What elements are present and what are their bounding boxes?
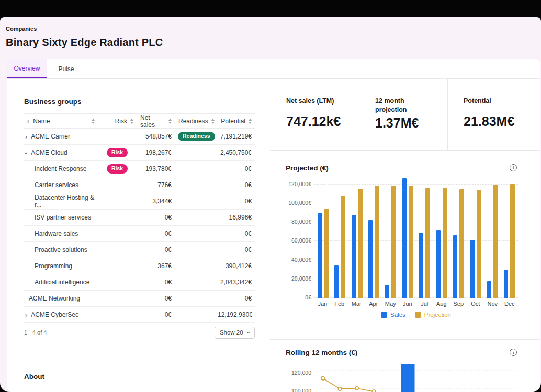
window-top-bar xyxy=(0,0,541,17)
about-title: About xyxy=(24,373,262,381)
table-row[interactable]: Datacenter Hosting & r...3,344€0€ xyxy=(24,193,255,210)
bar-sales-mar[interactable] xyxy=(352,215,356,298)
tab-pulse[interactable]: Pulse xyxy=(47,59,86,78)
row-name-cell: Incident Response xyxy=(24,165,98,172)
row-risk-cell: Risk xyxy=(98,148,137,157)
expand-caret-icon[interactable]: › xyxy=(25,133,27,140)
sort-icon[interactable] xyxy=(168,119,172,124)
bar-projection-sep[interactable] xyxy=(459,189,464,298)
column-header-net-sales[interactable]: Net sales xyxy=(137,114,175,128)
legend-item-sales[interactable]: Sales xyxy=(381,312,405,318)
page-title: Binary Sixty Edge Radiant PLC xyxy=(6,37,535,49)
row-net-sales-value: 198,267€ xyxy=(137,149,175,156)
risk-badge: Risk xyxy=(107,148,128,157)
legend-item-projection[interactable]: Projection xyxy=(415,312,451,318)
x-tick-label: Nov xyxy=(484,301,501,307)
row-risk-cell: Risk xyxy=(98,164,137,174)
bar-sales-oct[interactable] xyxy=(470,240,475,298)
bar-projection-apr[interactable] xyxy=(375,186,379,298)
row-name-label: Datacenter Hosting & r... xyxy=(35,194,95,209)
table-row[interactable]: ISV partner services0€16,996€ xyxy=(24,210,255,226)
row-net-sales-value: 548,857€ xyxy=(137,133,175,140)
bar-sales-jul[interactable] xyxy=(419,233,423,298)
sort-icon[interactable] xyxy=(211,119,215,124)
table-row[interactable]: Programming367€390,412€ xyxy=(24,258,255,274)
row-name-label: ACME Carrier xyxy=(31,133,70,140)
bar-sales-dec[interactable] xyxy=(504,270,508,298)
x-tick-label: Dec xyxy=(501,301,519,307)
y-tick-label: 40,000€ xyxy=(291,257,311,263)
legend-swatch xyxy=(415,312,421,318)
rolling-line-point xyxy=(355,387,358,390)
bar-projection-may[interactable] xyxy=(391,186,396,298)
bar-projection-oct[interactable] xyxy=(477,190,481,298)
table-row[interactable]: Incident ResponseRisk193,780€0€ xyxy=(24,161,255,177)
column-header-readiness[interactable]: Readiness xyxy=(175,114,215,128)
y-axis: 120,000100,000 xyxy=(274,362,311,392)
sort-icon[interactable] xyxy=(92,119,95,124)
sort-icon[interactable] xyxy=(249,119,252,124)
table-row[interactable]: Carrier services776€0€ xyxy=(24,177,255,193)
legend-swatch xyxy=(381,312,387,318)
pagination-range: 1 - 4 of 4 xyxy=(24,329,47,336)
bar-projection-jan[interactable] xyxy=(324,209,329,298)
row-potential-value: 0€ xyxy=(215,246,255,253)
bar-projection-nov[interactable] xyxy=(493,185,498,298)
table-row[interactable]: Proactive solutions0€0€ xyxy=(24,242,255,258)
row-potential-value: 2,450,750€ xyxy=(215,149,255,156)
info-icon[interactable]: i xyxy=(510,164,517,171)
section-divider xyxy=(7,360,270,360)
sort-icon[interactable] xyxy=(130,119,133,124)
row-name-cell: Datacenter Hosting & r... xyxy=(24,194,98,209)
bar-sales-jan[interactable] xyxy=(318,213,322,298)
expand-caret-icon[interactable]: › xyxy=(23,152,30,154)
x-tick-label: Jun xyxy=(399,301,416,307)
breadcrumb[interactable]: Companies xyxy=(6,26,535,32)
row-net-sales-value: 367€ xyxy=(137,262,175,270)
row-net-sales-value: 0€ xyxy=(137,295,175,302)
bar-projection-dec[interactable] xyxy=(510,184,515,298)
page-header: Companies Binary Sixty Edge Radiant PLC xyxy=(0,17,541,49)
table-row[interactable]: ›ACME CloudRisk198,267€2,450,750€ xyxy=(24,145,255,161)
info-icon[interactable]: i xyxy=(510,349,517,356)
month-group xyxy=(450,177,467,298)
chevron-down-icon: › xyxy=(245,331,252,333)
x-axis-labels: JanFebMarAprMayJunJulAugSepOctNovDec xyxy=(314,301,518,307)
page-size-dropdown[interactable]: Show 20 › xyxy=(215,327,255,339)
row-potential-value: 16,996€ xyxy=(215,214,255,221)
bar-sales-apr[interactable] xyxy=(368,220,373,298)
table-row[interactable]: Artificial intelligence0€2,043,342€ xyxy=(24,274,255,291)
expand-caret-icon[interactable]: › xyxy=(25,312,27,318)
bar-sales-jun[interactable] xyxy=(402,178,407,298)
table-row[interactable]: ›ACME CyberSec0€12,192,930€ xyxy=(24,307,255,323)
row-name-cell: ›ACME CyberSec xyxy=(24,311,98,318)
bar-sales-sep[interactable] xyxy=(453,235,457,298)
table-row[interactable]: ›ACME Carrier548,857€Readiness7,191,219€ xyxy=(24,129,255,145)
bar-sales-may[interactable] xyxy=(385,285,389,298)
kpi-potential: Potential 21.83M€ xyxy=(447,79,540,150)
y-tick-label: 80,000€ xyxy=(291,218,311,225)
bar-sales-nov[interactable] xyxy=(487,281,491,298)
bar-sales-feb[interactable] xyxy=(334,265,339,298)
bar-projection-jul[interactable] xyxy=(425,188,430,298)
month-group xyxy=(365,177,382,298)
tab-overview[interactable]: Overview xyxy=(7,59,47,78)
column-header-name[interactable]: › Name xyxy=(24,114,98,128)
table-row[interactable]: Hardware sales0€0€ xyxy=(24,226,255,242)
x-tick-label: Oct xyxy=(467,301,484,307)
bar-projection-feb[interactable] xyxy=(341,196,345,298)
bar-projection-aug[interactable] xyxy=(443,188,447,298)
row-name-label: Programming xyxy=(35,262,72,270)
tab-bar: Overview Pulse xyxy=(7,59,540,79)
bar-sales-aug[interactable] xyxy=(436,230,441,298)
projected-chart-section: Projected (€) i 0€20,000€40,000€60,000€8… xyxy=(270,151,540,340)
expand-all-caret-icon[interactable]: › xyxy=(27,118,29,124)
bar-groups xyxy=(314,177,518,298)
column-header-risk[interactable]: Risk xyxy=(98,114,137,128)
table-row[interactable]: ACME Networking0€0€ xyxy=(24,291,255,307)
bar-projection-jun[interactable] xyxy=(409,186,413,298)
column-header-potential[interactable]: Potential xyxy=(215,114,255,128)
bar-projection-mar[interactable] xyxy=(358,189,363,298)
row-name-label: ISV partner services xyxy=(35,214,91,221)
y-tick-label: 120,000 xyxy=(291,370,311,376)
